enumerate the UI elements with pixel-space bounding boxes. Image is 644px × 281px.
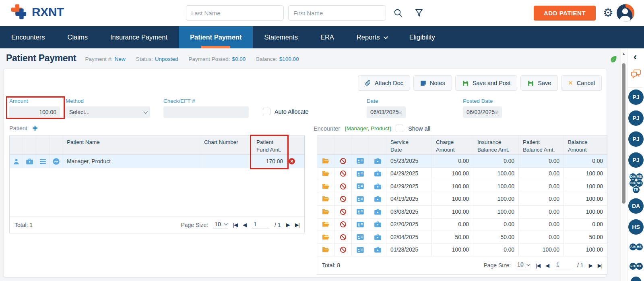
- amount-input[interactable]: [9, 106, 60, 118]
- prev-page-button[interactable]: ◀: [545, 262, 549, 269]
- last-page-button[interactable]: ▶|: [598, 262, 602, 269]
- nav-era[interactable]: ERA: [309, 26, 345, 48]
- avatar[interactable]: TR: [632, 186, 640, 194]
- page-number-input[interactable]: 1: [252, 221, 269, 229]
- notes-button[interactable]: Notes: [413, 75, 452, 91]
- open-folder-icon[interactable]: [317, 155, 334, 167]
- menu-icon[interactable]: [36, 155, 50, 168]
- avatar[interactable]: DA: [628, 198, 644, 214]
- nav-statements[interactable]: Statements: [253, 26, 309, 48]
- ban-icon[interactable]: [334, 244, 352, 256]
- next-page-button[interactable]: ▶: [286, 222, 290, 228]
- add-patient-button[interactable]: ADD PATIENT: [534, 6, 596, 21]
- open-folder-icon[interactable]: [317, 168, 334, 180]
- briefcase-icon[interactable]: [369, 244, 386, 256]
- briefcase-icon[interactable]: [369, 155, 386, 167]
- leaf-icon[interactable]: [609, 55, 617, 65]
- contact-card-icon[interactable]: [352, 206, 369, 218]
- encounter-row[interactable]: 04/19/2025 100.00 100.00 0.00 100.00: [317, 193, 607, 206]
- user-avatar[interactable]: [617, 4, 634, 22]
- last-page-button[interactable]: ▶|: [295, 222, 299, 228]
- prev-page-button[interactable]: ◀: [243, 222, 246, 228]
- contact-card-icon[interactable]: [352, 180, 369, 193]
- nav-patient-payment[interactable]: Patient Payment: [179, 26, 253, 48]
- ban-icon[interactable]: [334, 180, 352, 193]
- first-name-input[interactable]: [288, 5, 386, 21]
- first-page-button[interactable]: |◀: [233, 222, 237, 228]
- next-page-button[interactable]: ▶: [589, 262, 592, 269]
- ban-icon[interactable]: [334, 193, 352, 206]
- avatar-group[interactable]: AA HS: [628, 244, 644, 250]
- collapse-panel-icon[interactable]: ‹: [634, 52, 637, 61]
- patient-row[interactable]: Manager, Product 170.00: [10, 155, 304, 168]
- contact-card-icon[interactable]: [352, 193, 369, 206]
- nav-eligibility[interactable]: Eligibility: [398, 26, 446, 48]
- page-size-select[interactable]: 10: [516, 261, 530, 269]
- ban-icon[interactable]: [334, 155, 352, 167]
- briefcase-icon[interactable]: [369, 180, 386, 193]
- ban-icon[interactable]: [334, 168, 352, 180]
- scroll-up-icon[interactable]: ▲: [621, 52, 627, 56]
- contact-card-icon[interactable]: [352, 155, 369, 167]
- open-folder-icon[interactable]: [317, 244, 334, 256]
- method-select[interactable]: Select...: [66, 106, 150, 118]
- rxnt-logo[interactable]: RXNT: [11, 4, 64, 20]
- briefcase-icon[interactable]: [369, 193, 386, 206]
- check-eft-input[interactable]: [163, 106, 249, 118]
- nav-encounters[interactable]: Encounters: [0, 26, 56, 48]
- page-number-input[interactable]: 1: [554, 261, 572, 269]
- show-all-checkbox[interactable]: [396, 125, 403, 132]
- briefcase-icon[interactable]: [369, 206, 386, 218]
- nav-claims[interactable]: Claims: [56, 26, 99, 48]
- open-folder-icon[interactable]: [317, 193, 334, 206]
- avatar[interactable]: PJ: [628, 110, 644, 126]
- encounter-row[interactable]: 02/04/2025 50.00 50.00 0.00 50.00: [317, 231, 607, 244]
- contact-card-icon[interactable]: [352, 219, 369, 231]
- posted-date-input[interactable]: 06/03/2025: [463, 106, 502, 118]
- gauge-icon[interactable]: [50, 155, 63, 168]
- date-input[interactable]: 06/03/2025: [367, 106, 406, 118]
- briefcase-icon[interactable]: [369, 168, 386, 180]
- auto-allocate-checkbox[interactable]: [263, 108, 270, 115]
- encounter-row[interactable]: 04/29/2025 100.00 100.00 0.00 100.00: [317, 168, 607, 181]
- gear-icon[interactable]: ⚙: [603, 5, 613, 21]
- attach-doc-button[interactable]: Attach Doc: [358, 75, 410, 91]
- scrollbar-thumb[interactable]: [622, 63, 625, 204]
- add-patient-plus-icon[interactable]: +: [32, 125, 37, 132]
- last-name-input[interactable]: [186, 5, 284, 21]
- encounter-row[interactable]: 05/23/2025 0.00 0.00 0.00 0.00: [317, 155, 607, 168]
- contact-card-icon[interactable]: [352, 244, 369, 256]
- search-icon[interactable]: [394, 8, 402, 19]
- avatar[interactable]: PJ: [628, 152, 644, 168]
- encounter-row[interactable]: 01/28/2025 100.00 0.00 100.00 100.00: [317, 244, 607, 257]
- vertical-scrollbar[interactable]: ▲: [620, 49, 627, 281]
- ban-icon[interactable]: [334, 206, 352, 218]
- briefcase-icon[interactable]: [369, 231, 386, 244]
- ban-icon[interactable]: [334, 219, 352, 231]
- encounter-row[interactable]: 03/03/2025 100.00 100.00 0.00 100.00: [317, 206, 607, 219]
- briefcase-icon[interactable]: [369, 219, 386, 231]
- remove-patient-icon[interactable]: [287, 155, 304, 168]
- avatar[interactable]: PJ: [628, 90, 644, 105]
- ban-icon[interactable]: [334, 231, 352, 244]
- open-folder-icon[interactable]: [317, 206, 334, 218]
- chat-icon[interactable]: [631, 69, 641, 81]
- avatar-group[interactable]: FD MT: [628, 263, 644, 269]
- briefcase-icon[interactable]: [23, 155, 36, 168]
- avatar[interactable]: HS: [636, 243, 643, 251]
- open-folder-icon[interactable]: [317, 219, 334, 231]
- encounter-row[interactable]: 04/29/2025 100.00 100.00 0.00 100.00: [317, 180, 607, 193]
- cancel-button[interactable]: ✕Cancel: [561, 75, 602, 91]
- page-size-select[interactable]: 10: [213, 221, 228, 229]
- open-folder-icon[interactable]: [317, 180, 334, 193]
- nav-insurance-payment[interactable]: Insurance Payment: [99, 26, 179, 48]
- avatar[interactable]: [631, 277, 641, 281]
- save-button[interactable]: Save: [520, 75, 558, 91]
- avatar[interactable]: PJ: [628, 131, 644, 147]
- contact-card-icon[interactable]: [352, 231, 369, 244]
- avatar-group[interactable]: DA MB SG SH TR: [628, 173, 644, 193]
- encounter-row[interactable]: 02/20/2025 0.00 0.00 0.00 0.00: [317, 219, 607, 231]
- save-and-post-button[interactable]: Save and Post: [455, 75, 517, 91]
- filter-icon[interactable]: [415, 8, 423, 19]
- avatar[interactable]: HS: [628, 219, 644, 235]
